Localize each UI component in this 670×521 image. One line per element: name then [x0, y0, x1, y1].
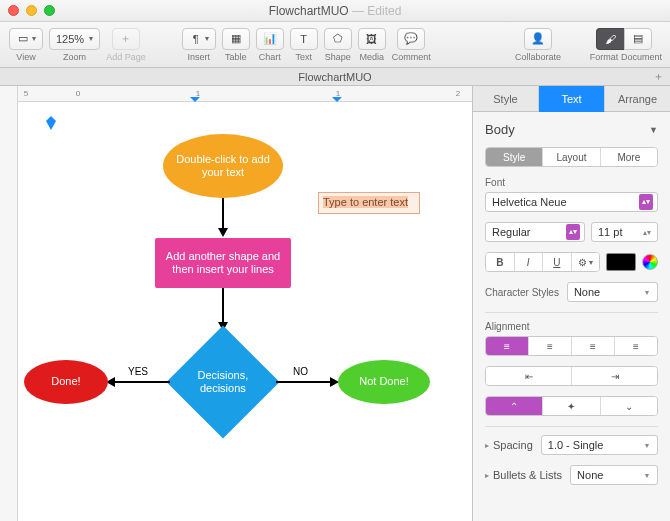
align-left-button[interactable]: ≡ — [486, 337, 529, 355]
paragraph-icon: ¶ — [189, 32, 203, 46]
outdent-button[interactable]: ⇤ — [486, 367, 572, 385]
flowchart-start-shape[interactable]: Double-click to add your text — [163, 134, 283, 198]
subtab-style[interactable]: Style — [486, 148, 543, 166]
text-icon: T — [297, 32, 311, 46]
bullets-disclosure[interactable]: ▸ Bullets & Lists — [485, 469, 562, 481]
bullets-select[interactable]: None ▾ — [570, 465, 658, 485]
font-size-input[interactable]: 11 pt ▴▾ — [591, 222, 658, 242]
flowchart-process-text: Add another shape and then insert your l… — [159, 250, 287, 276]
comment-label: Comment — [392, 52, 431, 62]
insert-label: Insert — [187, 52, 210, 62]
color-wheel-icon[interactable] — [642, 254, 658, 270]
text-color-swatch[interactable] — [606, 253, 636, 271]
spacing-label: Spacing — [493, 439, 533, 451]
bullets-value: None — [577, 469, 603, 481]
bold-button[interactable]: B — [486, 253, 515, 271]
document-tab-bar: FlowchartMUO ＋ — [0, 68, 670, 86]
chart-button[interactable]: 📊 — [256, 28, 284, 50]
font-label: Font — [485, 177, 658, 188]
font-family-select[interactable]: Helvetica Neue ▴▾ — [485, 192, 658, 212]
flowchart-notdone-shape[interactable]: Not Done! — [338, 360, 430, 404]
stepper-icon: ▴▾ — [639, 194, 653, 210]
chart-icon: 📊 — [263, 32, 277, 46]
margin-guide-icon[interactable] — [46, 116, 56, 130]
ruler-tick-3: 1 — [336, 89, 341, 98]
italic-button[interactable]: I — [515, 253, 544, 271]
valign-top-button[interactable]: ⌃ — [486, 397, 543, 415]
text-button[interactable]: T — [290, 28, 318, 50]
view-icon: ▭ — [16, 32, 30, 46]
stepper-icon: ▴▾ — [566, 224, 580, 240]
charstyles-label: Character Styles — [485, 287, 559, 298]
align-right-button[interactable]: ≡ — [572, 337, 615, 355]
horizontal-ruler[interactable]: 5 0 1 1 2 — [18, 86, 472, 102]
collaborate-button[interactable]: 👤 — [524, 28, 552, 50]
media-button[interactable]: 🖼 — [358, 28, 386, 50]
inspector-tab-arrange[interactable]: Arrange — [605, 86, 670, 112]
close-window-button[interactable] — [8, 5, 19, 16]
comment-button[interactable]: 💬 — [397, 28, 425, 50]
arrow-yes[interactable] — [114, 381, 170, 383]
spacing-disclosure[interactable]: ▸ Spacing — [485, 439, 533, 451]
window-controls — [8, 5, 55, 16]
document-icon: ▤ — [631, 32, 645, 46]
table-label: Table — [225, 52, 247, 62]
new-tab-button[interactable]: ＋ — [650, 69, 666, 84]
brush-icon: 🖌 — [604, 32, 618, 46]
inspector-tab-text[interactable]: Text — [539, 86, 605, 112]
align-center-button[interactable]: ≡ — [529, 337, 572, 355]
inspector-panel: Style Text Arrange Body ▼ Style Layout M… — [472, 86, 670, 521]
text-label: Text — [295, 52, 312, 62]
zoom-button[interactable]: 125%▾ — [49, 28, 100, 50]
subtab-layout[interactable]: Layout — [543, 148, 600, 166]
inspector-tabs: Style Text Arrange — [473, 86, 670, 112]
flowchart-done-shape[interactable]: Done! — [24, 360, 108, 404]
comment-icon: 💬 — [404, 32, 418, 46]
doc-name: FlowchartMUO — [269, 4, 349, 18]
chart-label: Chart — [259, 52, 281, 62]
arrow-2[interactable] — [222, 288, 224, 324]
valign-bottom-button[interactable]: ⌄ — [601, 397, 657, 415]
view-button[interactable]: ▭▾ — [9, 28, 43, 50]
inspector-tab-style[interactable]: Style — [473, 86, 539, 112]
align-justify-button[interactable]: ≡ — [615, 337, 657, 355]
format-button[interactable]: 🖌 — [596, 28, 624, 50]
collaborate-icon: 👤 — [531, 32, 545, 46]
indent-button[interactable]: ⇥ — [572, 367, 657, 385]
addpage-label: Add Page — [106, 52, 146, 62]
canvas[interactable]: Double-click to add your text Add anothe… — [18, 102, 472, 521]
flowchart-done-text: Done! — [51, 375, 80, 388]
spacing-select[interactable]: 1.0 - Single ▾ — [541, 435, 658, 455]
flowchart-process-shape[interactable]: Add another shape and then insert your l… — [155, 238, 291, 288]
text-subtabs: Style Layout More — [485, 147, 658, 167]
advanced-font-button[interactable]: ⚙︎▾ — [572, 253, 600, 271]
table-button[interactable]: ▦ — [222, 28, 250, 50]
alignment-label: Alignment — [485, 321, 658, 332]
charstyles-select[interactable]: None ▾ — [567, 282, 658, 302]
zoom-value: 125% — [56, 33, 84, 45]
subtab-more[interactable]: More — [601, 148, 657, 166]
insert-button[interactable]: ¶▾ — [182, 28, 216, 50]
valign-middle-button[interactable]: ✦ — [543, 397, 600, 415]
shape-label: Shape — [325, 52, 351, 62]
canvas-textbox[interactable]: Type to enter text — [318, 192, 420, 214]
minimize-window-button[interactable] — [26, 5, 37, 16]
underline-button[interactable]: U — [543, 253, 572, 271]
flowchart-start-text: Double-click to add your text — [167, 153, 279, 179]
zoom-window-button[interactable] — [44, 5, 55, 16]
flowchart-decision-text: Decisions, decisions — [187, 369, 259, 395]
vertical-ruler[interactable] — [0, 86, 18, 521]
arrow-1[interactable] — [222, 198, 224, 230]
edited-status: — Edited — [352, 4, 401, 18]
shape-button[interactable]: ⬠ — [324, 28, 352, 50]
edge-no-label: NO — [293, 366, 308, 377]
paragraph-style-dropdown[interactable]: Body ▼ — [485, 122, 658, 137]
document-button[interactable]: ▤ — [624, 28, 652, 50]
font-weight-select[interactable]: Regular ▴▾ — [485, 222, 585, 242]
add-page-button[interactable]: ＋ — [112, 28, 140, 50]
arrow-no[interactable] — [276, 381, 332, 383]
font-weight-value: Regular — [492, 226, 531, 238]
media-icon: 🖼 — [365, 32, 379, 46]
document-tab[interactable]: FlowchartMUO — [298, 71, 371, 83]
flowchart-decision-shape[interactable]: Decisions, decisions — [166, 325, 279, 438]
